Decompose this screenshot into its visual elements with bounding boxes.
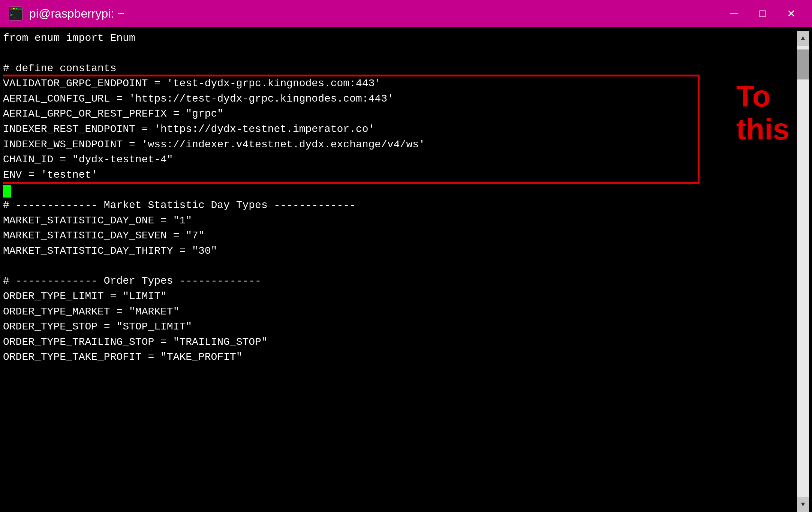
- code-line-19: ORDER_TYPE_STOP = "STOP_LIMIT": [3, 319, 797, 335]
- code-line-15: [3, 259, 797, 274]
- code-line-7: INDEXER_REST_ENDPOINT = 'https://dydx-te…: [3, 122, 797, 137]
- titlebar-controls: ─ □ ✕: [721, 0, 805, 27]
- code-line-11: # ------------- Market Statistic Day Typ…: [3, 198, 797, 213]
- code-line-13: MARKET_STATISTIC_DAY_SEVEN = "7": [3, 228, 797, 244]
- terminal-window: >_ pi@raspberrypi: ~ ─ □ ✕ from enum imp…: [0, 0, 812, 512]
- maximize-button[interactable]: □: [749, 0, 776, 27]
- svg-text:>_: >_: [10, 12, 16, 18]
- titlebar: >_ pi@raspberrypi: ~ ─ □ ✕: [0, 0, 812, 27]
- code-line-14: MARKET_STATISTIC_DAY_THIRTY = "30": [3, 244, 797, 259]
- code-line-21: ORDER_TYPE_TAKE_PROFIT = "TAKE_PROFIT": [3, 350, 797, 365]
- titlebar-title: pi@raspberrypi: ~: [29, 7, 124, 21]
- terminal-content: from enum import Enum # define constants…: [3, 31, 797, 512]
- titlebar-left: >_ pi@raspberrypi: ~: [7, 5, 124, 22]
- scrollbar[interactable]: ▲ ▼: [797, 31, 809, 512]
- svg-point-4: [16, 8, 17, 9]
- code-line-16: # ------------- Order Types ------------…: [3, 274, 797, 289]
- close-button[interactable]: ✕: [778, 0, 805, 27]
- svg-point-3: [13, 8, 15, 9]
- annotation-to-this: To this: [736, 80, 790, 146]
- code-line-4: VALIDATOR_GRPC_ENDPOINT = 'test-dydx-grp…: [3, 76, 797, 91]
- code-line-2: [3, 46, 797, 61]
- code-line-9: CHAIN_ID = "dydx-testnet-4": [3, 152, 797, 168]
- scroll-down-arrow[interactable]: ▼: [797, 497, 809, 512]
- code-line-17: ORDER_TYPE_LIMIT = "LIMIT": [3, 289, 797, 304]
- code-line-20: ORDER_TYPE_TRAILING_STOP = "TRAILING_STO…: [3, 335, 797, 350]
- code-line-3: # define constants: [3, 61, 797, 76]
- scroll-up-arrow[interactable]: ▲: [797, 31, 809, 46]
- code-line-5: AERIAL_CONFIG_URL = 'https://test-dydx-g…: [3, 91, 797, 107]
- terminal-icon: >_: [7, 5, 24, 22]
- code-line-8: INDEXER_WS_ENDPOINT = 'wss://indexer.v4t…: [3, 137, 797, 153]
- annotation-to: To: [736, 80, 790, 113]
- code-line-6: AERIAL_GRPC_OR_REST_PREFIX = "grpc": [3, 106, 797, 122]
- highlighted-block: To this VALIDATOR_GRPC_ENDPOINT = 'test-…: [3, 76, 797, 183]
- code-line-1: from enum import Enum: [3, 31, 797, 46]
- scroll-track[interactable]: [797, 46, 809, 497]
- terminal-body: from enum import Enum # define constants…: [0, 27, 812, 512]
- code-line-12: MARKET_STATISTIC_DAY_ONE = "1": [3, 213, 797, 229]
- annotation-this: this: [736, 113, 790, 146]
- scroll-thumb[interactable]: [797, 49, 809, 79]
- minimize-button[interactable]: ─: [721, 0, 748, 27]
- code-line-18: ORDER_TYPE_MARKET = "MARKET": [3, 304, 797, 320]
- code-line-10: ENV = 'testnet': [3, 168, 797, 183]
- terminal-cursor: [3, 185, 11, 198]
- svg-point-2: [10, 8, 12, 9]
- code-line-cursor: [3, 183, 797, 198]
